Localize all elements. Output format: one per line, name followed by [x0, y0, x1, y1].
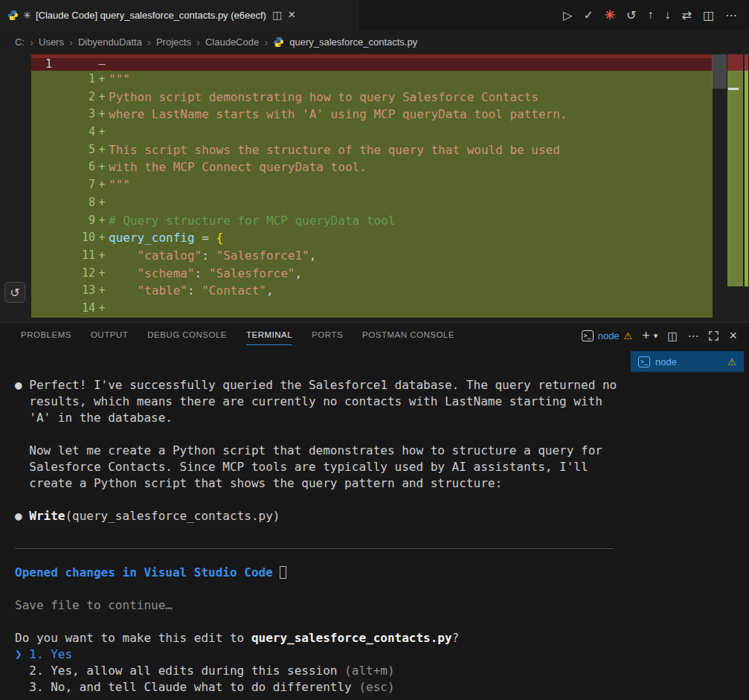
line-number-new: 11	[52, 247, 95, 265]
breadcrumb-chevron-icon: ›	[264, 36, 268, 48]
diff-added-line[interactable]: 10+query_config = {	[31, 229, 713, 247]
diff-added-line[interactable]: 9+# Query structure for MCP queryData to…	[31, 212, 713, 230]
panel-tab-problems[interactable]: PROBLEMS	[21, 323, 71, 349]
breadcrumb-item[interactable]: Users	[39, 36, 64, 48]
terminal-line: Opened changes in Visual Studio Code	[15, 565, 631, 581]
discard-button[interactable]: ↺	[626, 8, 636, 22]
panel-tab-postman-console[interactable]: POSTMAN CONSOLE	[362, 323, 454, 349]
breadcrumb-item[interactable]: DibyenduDatta	[78, 36, 142, 48]
breadcrumb-chevron-icon: ›	[147, 36, 151, 48]
terminal-icon: >_	[638, 356, 650, 367]
diff-added-line[interactable]: 2+Python script demonstrating how to que…	[31, 89, 713, 106]
previous-change-button[interactable]: ↑	[647, 8, 653, 22]
swap-diff-sides-button[interactable]: ⇄	[681, 8, 691, 22]
code-text	[109, 123, 713, 141]
diff-sign: +	[95, 89, 109, 106]
diff-added-line[interactable]: 5+This script shows the structure of the…	[31, 141, 713, 159]
terminal-line	[15, 581, 631, 597]
editor-scrollbar[interactable]	[712, 54, 727, 89]
diff-deleted-line[interactable]: 1–	[31, 54, 713, 71]
editor-tab-bar: ✳ [Claude Code] query_salesforce_contact…	[0, 0, 749, 30]
diff-added-line[interactable]: 3+where LastName starts with 'A' using M…	[31, 106, 713, 123]
modified-indicator: ✳	[23, 10, 31, 21]
line-number-old	[31, 212, 52, 230]
line-number-new	[52, 58, 95, 71]
line-number-old	[31, 194, 52, 212]
diff-added-line[interactable]: 1+"""	[31, 71, 713, 89]
terminal-line: Now let me create a Python script that d…	[15, 443, 631, 459]
maximize-panel-button[interactable]	[708, 330, 719, 341]
code-text	[109, 300, 713, 318]
line-number-old	[31, 282, 52, 300]
line-number-new: 10	[52, 229, 95, 247]
terminal-cursor	[280, 566, 286, 579]
terminal-line: ❯ 1. Yes	[15, 646, 631, 663]
tab-open-changes-button[interactable]: ◫	[271, 9, 283, 21]
split-editor-button[interactable]: ◫	[703, 8, 714, 22]
diff-sign: –	[95, 58, 109, 71]
terminal-warning-icon: ⚠	[624, 330, 633, 341]
breadcrumb-item[interactable]: Projects	[156, 36, 191, 48]
terminal-line: ● Write(query_salesforce_contacts.py)	[15, 508, 631, 524]
code-text: with the MCP Connect queryData tool.	[109, 158, 713, 176]
claude-icon[interactable]: ✳	[605, 7, 615, 23]
next-change-button[interactable]: ↓	[664, 8, 670, 22]
line-number-old	[31, 141, 52, 159]
line-number-new: 7	[52, 176, 95, 194]
code-text: query_config = {	[109, 229, 713, 247]
diff-sign: +	[95, 123, 109, 141]
minimap-added-block	[727, 71, 743, 286]
diff-lines: 1–1+"""2+Python script demonstrating how…	[0, 54, 749, 318]
line-number-old	[31, 176, 52, 194]
panel-body: ● Perfect! I've successfully queried the…	[0, 349, 749, 700]
breadcrumb-item[interactable]: C:	[15, 36, 25, 48]
undo-overlay-button[interactable]: ↺	[4, 282, 25, 303]
terminal-icon: >_	[582, 330, 594, 341]
line-number-old	[31, 229, 52, 247]
terminal-tab-node[interactable]: >_ node ⚠	[631, 351, 744, 372]
run-button[interactable]: ▷	[563, 8, 572, 22]
new-terminal-button[interactable]: +	[642, 328, 650, 344]
minimap[interactable]	[727, 54, 749, 322]
panel-header: PROBLEMSOUTPUTDEBUG CONSOLETERMINALPORTS…	[0, 323, 749, 349]
overview-ruler-deleted-mark	[745, 54, 748, 71]
panel-tab-terminal[interactable]: TERMINAL	[246, 323, 292, 349]
diff-added-line[interactable]: 12+ "schema": "Salesforce",	[31, 265, 713, 283]
diff-added-line[interactable]: 11+ "catalog": "Salesforce1",	[31, 247, 713, 265]
code-text	[109, 194, 713, 212]
close-panel-button[interactable]: ×	[729, 328, 737, 344]
diff-added-line[interactable]: 6+with the MCP Connect queryData tool.	[31, 158, 713, 176]
diff-added-line[interactable]: 7+"""	[31, 176, 713, 194]
diff-editor[interactable]: 1–1+"""2+Python script demonstrating how…	[0, 54, 749, 322]
panel-tab-debug-console[interactable]: DEBUG CONSOLE	[147, 323, 227, 349]
python-icon	[273, 36, 284, 48]
diff-added-line[interactable]: 8+	[31, 194, 713, 212]
more-actions-button[interactable]: ⋯	[725, 8, 737, 22]
terminal-output[interactable]: ● Perfect! I've successfully queried the…	[0, 349, 631, 700]
split-terminal-button[interactable]: ◫	[667, 330, 678, 343]
code-text: """	[109, 71, 713, 89]
panel-more-button[interactable]: ⋯	[687, 330, 698, 343]
terminal-line: 3. No, and tell Claude what to do differ…	[15, 679, 631, 696]
terminal-dropdown-button[interactable]: ▾	[654, 331, 658, 341]
code-text: "schema": "Salesforce",	[109, 265, 713, 283]
editor-tab[interactable]: ✳ [Claude Code] query_salesforce_contact…	[0, 0, 360, 30]
diff-sign: +	[95, 194, 109, 212]
code-text: where LastName starts with 'A' using MCP…	[109, 106, 713, 123]
diff-sign: +	[95, 158, 109, 176]
diff-sign: +	[95, 212, 109, 230]
panel-tab-ports[interactable]: PORTS	[312, 323, 343, 349]
terminal-tab-label: node	[655, 356, 677, 367]
accept-changes-button[interactable]: ✓	[583, 8, 593, 22]
diff-added-line[interactable]: 13+ "table": "Contact",	[31, 282, 713, 300]
panel-tab-output[interactable]: OUTPUT	[91, 323, 128, 349]
line-number-old	[31, 300, 52, 318]
diff-sign: +	[95, 229, 109, 247]
diff-added-line[interactable]: 14+	[31, 300, 713, 318]
diff-added-line[interactable]: 4+	[31, 123, 713, 141]
breadcrumb-item[interactable]: query_salesforce_contacts.py	[289, 36, 417, 48]
breadcrumb-item[interactable]: ClaudeCode	[205, 36, 259, 48]
tab-close-button[interactable]: ×	[288, 7, 295, 22]
line-number-old	[31, 247, 52, 265]
terminal-selector[interactable]: >_ node ⚠	[582, 330, 633, 341]
